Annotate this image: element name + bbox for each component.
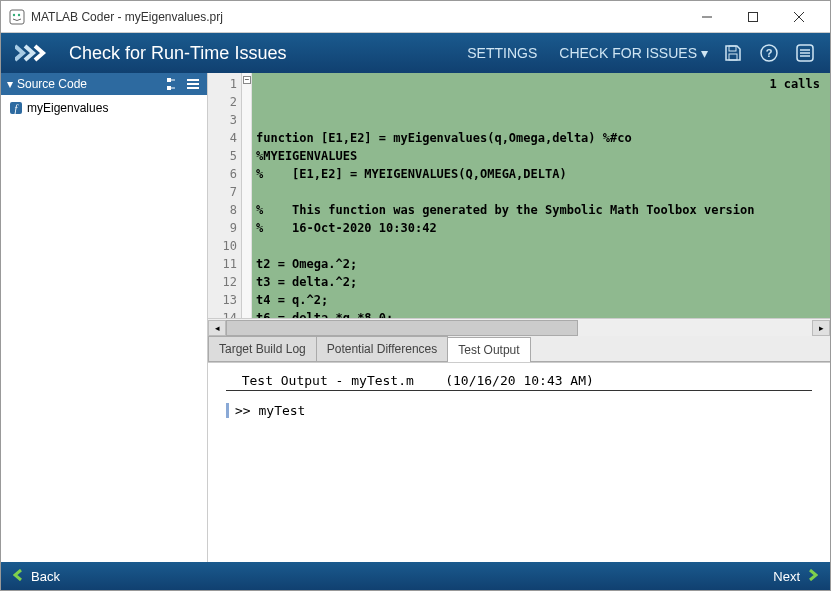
- check-issues-dropdown[interactable]: CHECK FOR ISSUES ▾: [559, 45, 708, 61]
- help-icon[interactable]: ?: [758, 42, 780, 64]
- test-output-line: >> myTest: [226, 403, 812, 418]
- chevron-down-icon: ▾: [701, 45, 708, 61]
- scroll-right-button[interactable]: ▸: [812, 320, 830, 336]
- tab[interactable]: Target Build Log: [208, 336, 317, 361]
- scroll-left-button[interactable]: ◂: [208, 320, 226, 336]
- svg-point-2: [18, 13, 20, 15]
- settings-link[interactable]: SETTINGS: [467, 45, 537, 61]
- sidebar-title: Source Code: [17, 77, 161, 91]
- maximize-button[interactable]: [730, 2, 776, 32]
- chevron-left-icon: [13, 569, 25, 584]
- app-icon: [9, 9, 25, 25]
- page-title: Check for Run-Time Issues: [69, 43, 445, 64]
- close-button[interactable]: [776, 2, 822, 32]
- next-button[interactable]: Next: [773, 569, 818, 584]
- test-output-pane: Test Output - myTest.m (10/16/20 10:43 A…: [208, 362, 830, 562]
- calls-badge: 1 calls: [769, 75, 820, 93]
- chevrons-icon: [15, 43, 55, 63]
- chevron-right-icon: [806, 569, 818, 584]
- back-button[interactable]: Back: [13, 569, 60, 584]
- fold-strip: −: [242, 73, 252, 318]
- function-file-icon: f: [9, 101, 23, 115]
- output-tabs: Target Build LogPotential DifferencesTes…: [208, 336, 830, 362]
- test-output-heading: Test Output - myTest.m (10/16/20 10:43 A…: [226, 373, 812, 391]
- svg-point-1: [13, 13, 15, 15]
- line-gutter: 1234567891011121314: [208, 73, 242, 318]
- tree-item-label: myEigenvalues: [27, 101, 108, 115]
- minimize-button[interactable]: [684, 2, 730, 32]
- tree-view-icon[interactable]: [165, 76, 181, 92]
- chevron-down-icon: ▾: [7, 77, 13, 91]
- svg-rect-8: [729, 54, 737, 60]
- back-label: Back: [31, 569, 60, 584]
- tab[interactable]: Potential Differences: [316, 336, 449, 361]
- tree-item[interactable]: fmyEigenvalues: [5, 99, 203, 117]
- svg-rect-0: [10, 10, 24, 24]
- window-title: MATLAB Coder - myEigenvalues.prj: [31, 10, 684, 24]
- next-label: Next: [773, 569, 800, 584]
- save-icon[interactable]: [722, 42, 744, 64]
- svg-rect-16: [167, 86, 171, 90]
- fold-toggle-icon[interactable]: −: [243, 76, 251, 84]
- code-editor[interactable]: 1 calls function [E1,E2] = myEigenvalues…: [252, 73, 830, 318]
- menu-icon[interactable]: [794, 42, 816, 64]
- svg-rect-15: [167, 78, 171, 82]
- flat-view-icon[interactable]: [185, 76, 201, 92]
- horizontal-scrollbar[interactable]: ◂ ▸: [208, 318, 830, 336]
- scroll-track[interactable]: [226, 320, 812, 336]
- tab[interactable]: Test Output: [447, 337, 530, 362]
- scroll-thumb[interactable]: [226, 320, 578, 336]
- source-tree: fmyEigenvalues: [1, 95, 207, 562]
- svg-rect-4: [749, 12, 758, 21]
- check-issues-label: CHECK FOR ISSUES: [559, 45, 697, 61]
- svg-text:?: ?: [766, 47, 773, 59]
